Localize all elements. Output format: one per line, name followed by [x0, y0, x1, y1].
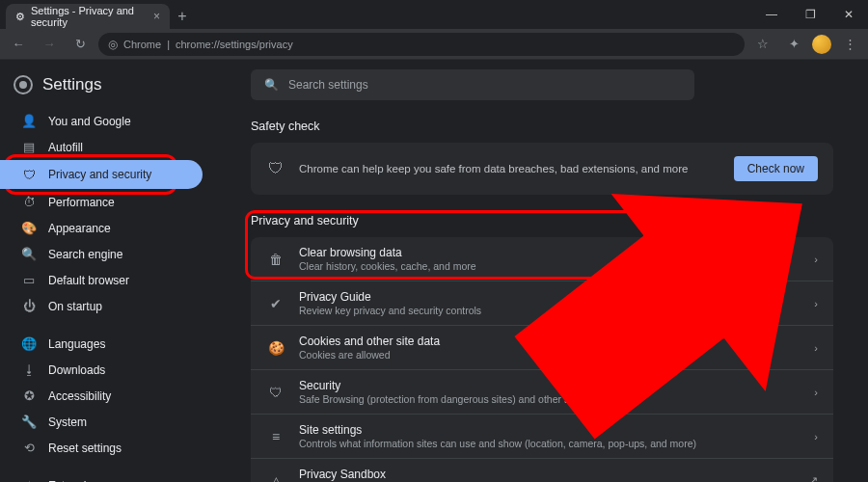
sidebar-item-autofill[interactable]: ▤ Autofill — [0, 134, 203, 160]
search-icon: 🔍 — [264, 78, 279, 92]
row-site-settings[interactable]: ≡ Site settings Controls what informatio… — [251, 414, 833, 458]
reload-button[interactable]: ↻ — [68, 32, 93, 57]
kebab-menu-icon[interactable]: ⋮ — [837, 32, 862, 57]
row-privacy-guide[interactable]: ✔ Privacy Guide Review key privacy and s… — [251, 281, 833, 325]
tune-icon: ≡ — [266, 429, 285, 444]
page-title: Settings — [42, 75, 101, 94]
sidebar-item-label: System — [48, 415, 87, 429]
sandbox-icon: △ — [266, 473, 285, 483]
external-link-icon: ↗ — [809, 474, 818, 482]
sidebar-item-on-startup[interactable]: ⏻ On startup — [0, 293, 203, 319]
sidebar-item-label: Extensions — [48, 479, 105, 483]
download-icon: ⭳ — [21, 362, 37, 377]
sidebar-item-label: Privacy and security — [48, 168, 151, 181]
row-subtitle: Cookies are allowed — [299, 349, 800, 361]
shield-check-icon: 🛡 — [266, 160, 285, 177]
autofill-icon: ▤ — [21, 140, 37, 154]
sidebar-item-label: Accessibility — [48, 389, 111, 403]
row-cookies[interactable]: 🍪 Cookies and other site data Cookies ar… — [251, 325, 833, 369]
chevron-right-icon: › — [814, 298, 818, 309]
privacy-security-heading: Privacy and security — [251, 214, 833, 228]
guide-icon: ✔ — [266, 296, 285, 311]
tab-close-icon[interactable]: × — [153, 10, 160, 23]
sidebar-item-downloads[interactable]: ⭳ Downloads — [0, 357, 203, 383]
toolbar: ← → ↻ ◎ Chrome | chrome://settings/priva… — [0, 29, 868, 60]
row-title: Privacy Sandbox — [299, 468, 796, 481]
globe-icon: 🌐 — [21, 336, 37, 351]
tab-title: Settings - Privacy and security — [31, 5, 142, 28]
sidebar-item-accessibility[interactable]: ✪ Accessibility — [0, 383, 203, 409]
row-title: Cookies and other site data — [299, 335, 800, 348]
address-bar[interactable]: ◎ Chrome | chrome://settings/privacy — [98, 33, 745, 56]
bookmark-star-icon[interactable]: ☆ — [750, 32, 775, 57]
speedometer-icon: ⏱ — [21, 195, 37, 209]
search-input[interactable]: 🔍 Search settings — [251, 69, 694, 100]
chevron-right-icon: › — [814, 431, 818, 442]
sidebar-item-privacy-and-security[interactable]: 🛡 Privacy and security — [0, 160, 203, 189]
row-privacy-sandbox[interactable]: △ Privacy Sandbox Trial features are off… — [251, 458, 833, 482]
sidebar-item-label: Autofill — [48, 141, 83, 154]
profile-avatar[interactable] — [812, 35, 831, 54]
cookie-icon: 🍪 — [266, 340, 285, 356]
back-button[interactable]: ← — [6, 32, 31, 57]
search-placeholder: Search settings — [288, 78, 368, 92]
row-subtitle: Controls what information sites can use … — [299, 438, 800, 449]
privacy-security-card: 🗑 Clear browsing data Clear history, coo… — [251, 237, 833, 482]
reset-icon: ⟲ — [21, 441, 37, 455]
row-subtitle: Safe Browsing (protection from dangerous… — [299, 393, 800, 405]
sidebar-item-label: Default browser — [48, 274, 129, 287]
settings-header: Settings — [0, 71, 222, 108]
accessibility-icon: ✪ — [21, 388, 37, 403]
power-icon: ⏻ — [21, 299, 37, 313]
sidebar-item-default-browser[interactable]: ▭ Default browser — [0, 267, 203, 293]
chrome-icon: ◎ — [108, 38, 118, 51]
chrome-logo-icon — [14, 75, 33, 94]
sidebar-item-label: Performance — [48, 196, 115, 209]
trash-icon: 🗑 — [266, 252, 285, 267]
row-subtitle: Clear history, cookies, cache, and more — [299, 260, 800, 272]
new-tab-button[interactable]: + — [170, 4, 195, 29]
check-now-button[interactable]: Check now — [734, 156, 818, 181]
safety-check-text: Chrome can help keep you safe from data … — [299, 163, 720, 174]
shield-icon: 🛡 — [21, 168, 37, 182]
sidebar-item-label: You and Google — [48, 115, 131, 128]
palette-icon: 🎨 — [21, 221, 37, 235]
sidebar-item-languages[interactable]: 🌐 Languages — [0, 331, 203, 357]
window-close-button[interactable]: ✕ — [829, 0, 868, 29]
sidebar-item-label: Languages — [48, 337, 105, 351]
gear-icon: ⚙ — [15, 11, 25, 23]
forward-button[interactable]: → — [37, 32, 62, 57]
extensions-icon[interactable]: ✦ — [781, 32, 806, 57]
window-titlebar: ⚙ Settings - Privacy and security × + — … — [0, 0, 868, 29]
safety-check-heading: Safety check — [251, 120, 833, 133]
window-maximize-button[interactable]: ❐ — [791, 0, 829, 29]
row-clear-browsing-data[interactable]: 🗑 Clear browsing data Clear history, coo… — [251, 237, 833, 281]
sidebar-item-system[interactable]: 🔧 System — [0, 409, 203, 435]
sidebar-item-search-engine[interactable]: 🔍 Search engine — [0, 241, 203, 267]
url-path: chrome://settings/privacy — [176, 39, 293, 50]
url-scheme: Chrome — [123, 39, 161, 50]
sidebar-item-extensions[interactable]: ✦ Extensions ↗ — [0, 472, 203, 482]
settings-main: 🔍 Search settings Safety check 🛡 Chrome … — [222, 60, 868, 482]
sidebar-item-label: Search engine — [48, 248, 122, 261]
person-icon: 👤 — [21, 114, 37, 128]
sidebar-item-you-and-google[interactable]: 👤 You and Google — [0, 108, 203, 134]
sidebar-item-label: On startup — [48, 300, 102, 313]
settings-sidebar: Settings 👤 You and Google ▤ Autofill 🛡 P… — [0, 60, 222, 482]
row-title: Security — [299, 379, 800, 392]
url-sep: | — [167, 39, 170, 50]
row-title: Clear browsing data — [299, 246, 800, 259]
sidebar-item-reset-settings[interactable]: ⟲ Reset settings — [0, 435, 203, 461]
search-icon: 🔍 — [21, 247, 37, 261]
row-title: Site settings — [299, 423, 800, 437]
safety-check-card: 🛡 Chrome can help keep you safe from dat… — [251, 143, 833, 195]
sidebar-item-appearance[interactable]: 🎨 Appearance — [0, 215, 203, 241]
row-subtitle: Review key privacy and security controls — [299, 305, 800, 316]
window-minimize-button[interactable]: — — [752, 0, 791, 29]
security-icon: 🛡 — [266, 385, 285, 400]
chevron-right-icon: › — [814, 387, 818, 398]
sidebar-item-performance[interactable]: ⏱ Performance — [0, 189, 203, 215]
browser-tab[interactable]: ⚙ Settings - Privacy and security × — [6, 4, 170, 29]
browser-icon: ▭ — [21, 273, 37, 287]
row-security[interactable]: 🛡 Security Safe Browsing (protection fro… — [251, 369, 833, 414]
